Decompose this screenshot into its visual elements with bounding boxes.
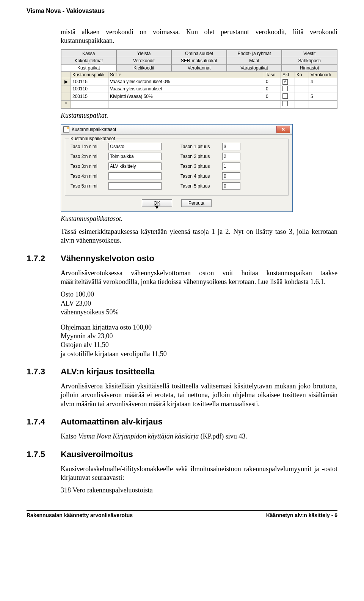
cell-selite[interactable]: Kivipirtti (vaasa) 50% <box>108 93 264 100</box>
cell-selite[interactable]: Vaasan yleiskustannukset 0% <box>108 78 264 85</box>
tab-varastopaikat[interactable]: Varastopaikat <box>227 64 282 71</box>
dialog-kustannuspaikkatasot: Kustannuspaikkatasot ✕ Kustannuspaikkata… <box>61 124 293 212</box>
table-row[interactable]: 100110Vaasan yleiskustannukset0 <box>61 85 337 93</box>
list-172-b: Ohjelmaan kirjattava osto 100,00Myynnin … <box>61 323 337 359</box>
tab-kassa[interactable]: Kassa <box>61 50 116 57</box>
tab-sahkoposti[interactable]: Sähköposti <box>282 57 337 64</box>
cell-kust[interactable]: 100115 <box>71 78 108 85</box>
table-row[interactable]: * <box>61 100 337 108</box>
tab-ser-maksuluokat[interactable]: SER-maksuluokat <box>171 57 227 64</box>
field-label-taso2-nimi: Taso 2:n nimi <box>71 154 108 159</box>
cell-ko[interactable] <box>295 85 309 93</box>
document-icon <box>63 126 69 133</box>
caption-kustannuspaikat: Kustannuspaikat. <box>61 112 337 120</box>
cell-taso[interactable]: 0 <box>264 78 281 85</box>
input-taso1-pituus[interactable] <box>222 143 240 150</box>
cell-kust[interactable]: 100110 <box>71 85 108 93</box>
intro-paragraph: mistä alkaen verokoodi on voimassa. Kun … <box>61 28 337 46</box>
tab-yleista[interactable]: Yleistä <box>116 50 172 57</box>
cell-verokoodi[interactable]: 4 <box>309 78 337 85</box>
cell-kust[interactable] <box>71 100 108 108</box>
cell-verokoodi[interactable] <box>309 100 337 108</box>
field-label-taso4-pituus: Tason 4 pituus <box>180 174 222 179</box>
groupbox-kustannuspaikkatasot: Kustannuspaikkatasot Taso 1:n nimiTason … <box>65 139 289 196</box>
field-label-taso1-pituus: Tason 1 pituus <box>180 144 222 149</box>
cell-ko[interactable] <box>295 93 309 100</box>
checkbox-icon[interactable] <box>282 93 288 99</box>
col-selite: Selite <box>108 71 264 78</box>
input-taso2-nimi[interactable] <box>108 153 162 160</box>
cell-akt[interactable] <box>281 93 295 100</box>
caption-kustannuspaikkatasot: Kustannuspaikkatasot. <box>61 215 337 223</box>
tab-hinnastot[interactable]: Hinnastot <box>282 64 337 71</box>
cell-ko[interactable] <box>295 78 309 85</box>
field-label-taso1-nimi: Taso 1:n nimi <box>71 144 108 149</box>
checkbox-icon[interactable] <box>282 86 288 91</box>
tab-kielikoodit[interactable]: Kielikoodit <box>116 64 172 71</box>
heading-title-172: Vähennyskelvoton osto <box>61 254 154 263</box>
cell-verokoodi[interactable] <box>309 85 337 93</box>
row-marker <box>61 85 71 93</box>
input-taso2-pituus[interactable] <box>222 153 240 160</box>
field-label-taso5-pituus: Tason 5 pituus <box>180 183 222 189</box>
heading-number-175: 1.7.5 <box>27 450 61 459</box>
tab-ehdot-ja-ryhmat[interactable]: Ehdot- ja ryhmät <box>227 50 282 57</box>
cell-akt[interactable]: ✔ <box>281 78 295 85</box>
cell-ko[interactable] <box>295 100 309 108</box>
row-marker: ▶ <box>61 78 71 85</box>
cell-taso[interactable] <box>264 100 281 108</box>
tab-kokolajitelmat[interactable]: Kokolajitelmat <box>61 57 116 64</box>
paragraph-175-1: Kausiverolaskelmalle/-tilityslomakkeelle… <box>61 465 337 483</box>
cell-akt[interactable] <box>281 100 295 108</box>
paragraph-174-1: Katso Visma Nova Kirjanpidon käyttäjän k… <box>61 432 337 441</box>
input-taso3-nimi[interactable] <box>108 162 162 170</box>
close-icon[interactable]: ✕ <box>276 126 290 133</box>
cell-akt[interactable] <box>281 85 295 93</box>
tab-kust-paikat[interactable]: Kust.paikat <box>61 64 116 71</box>
cell-verokoodi[interactable]: 5 <box>309 93 337 100</box>
cell-kust[interactable]: 200115 <box>71 93 108 100</box>
tab-viestit[interactable]: Viestit <box>282 50 337 57</box>
input-taso3-pituus[interactable] <box>222 162 240 170</box>
field-label-taso3-nimi: Taso 3:n nimi <box>71 164 108 169</box>
tab-maat[interactable]: Maat <box>227 57 282 64</box>
cell-taso[interactable]: 0 <box>264 93 281 100</box>
grid-rowhdr <box>61 71 71 78</box>
document-header: Visma Nova - Vakiovastaus <box>27 8 337 14</box>
tab-verokannat[interactable]: Verokannat <box>171 64 227 71</box>
tab-ominaisuudet[interactable]: Ominaisuudet <box>171 50 227 57</box>
field-label-taso5-nimi: Taso 5:n nimi <box>71 183 108 189</box>
input-taso5-pituus[interactable] <box>222 182 240 190</box>
field-label-taso4-nimi: Taso 4:n nimi <box>71 174 108 179</box>
tab-verokoodit[interactable]: Verokoodit <box>116 57 172 64</box>
dialog-titlebar[interactable]: Kustannuspaikkatasot ✕ <box>61 125 292 135</box>
kustannuspaikka-grid[interactable]: Kustannuspaikk Selite Taso Akt Ko Veroko… <box>61 71 337 108</box>
cancel-button[interactable]: Peruuta <box>181 199 212 207</box>
checkbox-icon[interactable]: ✔ <box>282 79 288 85</box>
col-taso: Taso <box>264 71 281 78</box>
heading-title-175: Kausiveroilmoitus <box>61 450 133 459</box>
table-row[interactable]: ▶100115Vaasan yleiskustannukset 0%0✔4 <box>61 78 337 85</box>
checkbox-icon[interactable] <box>282 101 288 106</box>
heading-number-173: 1.7.3 <box>27 367 61 377</box>
cell-taso[interactable]: 0 <box>264 85 281 93</box>
input-taso1-nimi[interactable] <box>108 143 162 150</box>
col-verokoodi: Verokoodi <box>309 71 337 78</box>
paragraph-175-2: 318 Vero rakennuspalveluostoista <box>61 486 337 495</box>
cell-selite[interactable] <box>108 100 264 108</box>
table-row[interactable]: 200115Kivipirtti (vaasa) 50%05 <box>61 93 337 100</box>
heading-title-174: Automaattinen alv-kirjaus <box>61 417 163 427</box>
row-marker: * <box>61 100 71 108</box>
input-taso5-nimi[interactable] <box>108 182 162 190</box>
screenshot-kustannuspaikat: Kassa Yleistä Ominaisuudet Ehdot- ja ryh… <box>61 49 337 109</box>
dialog-title: Kustannuspaikkatasot <box>72 127 116 132</box>
groupbox-legend: Kustannuspaikkatasot <box>69 136 116 141</box>
col-kustannuspaikk: Kustannuspaikk <box>71 71 108 78</box>
input-taso4-pituus[interactable] <box>222 172 240 180</box>
input-taso4-nimi[interactable] <box>108 172 162 180</box>
heading-number-174: 1.7.4 <box>27 417 61 427</box>
cell-selite[interactable]: Vaasan yleiskustannukset <box>108 85 264 93</box>
paragraph-173-1: Arvonlisäveroa käsitellään yksittäisellä… <box>61 382 337 409</box>
paragraph-tassa-esimerkkitapauksessa: Tässä esimerkkitapauksessa käytetään yle… <box>61 227 337 245</box>
ok-button[interactable]: OK <box>142 199 172 207</box>
